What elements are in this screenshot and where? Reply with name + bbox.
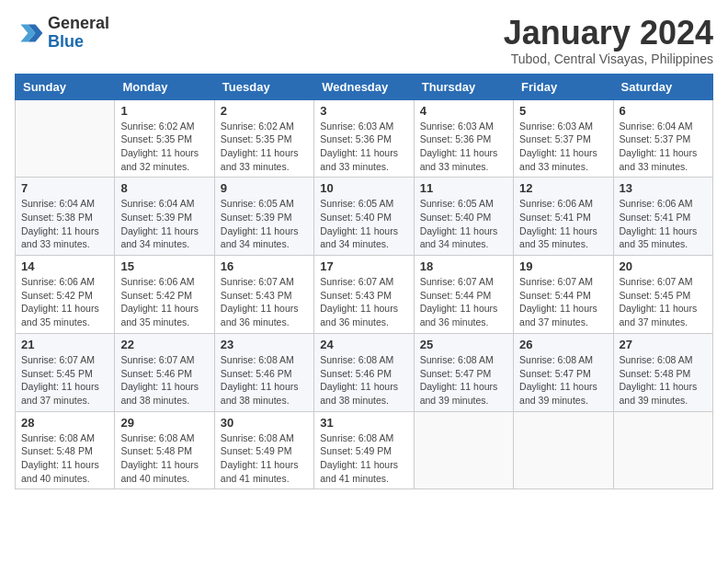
- day-number: 31: [320, 416, 407, 430]
- day-number: 11: [420, 181, 507, 195]
- calendar-cell: 9Sunrise: 6:05 AMSunset: 5:39 PMDaylight…: [214, 178, 313, 256]
- day-number: 3: [320, 104, 407, 118]
- day-detail: Sunrise: 6:03 AMSunset: 5:36 PMDaylight:…: [420, 120, 507, 174]
- day-detail: Sunrise: 6:07 AMSunset: 5:45 PMDaylight:…: [620, 275, 707, 329]
- day-detail: Sunrise: 6:04 AMSunset: 5:39 PMDaylight:…: [120, 197, 208, 251]
- day-detail: Sunrise: 6:03 AMSunset: 5:37 PMDaylight:…: [519, 120, 607, 174]
- calendar-week-row: 1Sunrise: 6:02 AMSunset: 5:35 PMDaylight…: [16, 99, 713, 178]
- day-detail: Sunrise: 6:08 AMSunset: 5:48 PMDaylight:…: [120, 431, 208, 486]
- calendar-cell: 15Sunrise: 6:06 AMSunset: 5:42 PMDayligh…: [115, 256, 214, 334]
- day-detail: Sunrise: 6:07 AMSunset: 5:45 PMDaylight:…: [21, 353, 108, 408]
- calendar-cell: 7Sunrise: 6:04 AMSunset: 5:38 PMDaylight…: [16, 178, 115, 256]
- calendar-cell: [613, 411, 712, 489]
- calendar-cell: 11Sunrise: 6:05 AMSunset: 5:40 PMDayligh…: [414, 178, 513, 256]
- day-number: 6: [620, 104, 707, 118]
- day-number: 24: [320, 338, 407, 351]
- calendar-cell: 6Sunrise: 6:04 AMSunset: 5:37 PMDaylight…: [613, 99, 712, 178]
- day-number: 1: [120, 104, 208, 118]
- day-number: 7: [21, 181, 108, 195]
- day-number: 4: [420, 104, 507, 118]
- calendar-cell: 22Sunrise: 6:07 AMSunset: 5:46 PMDayligh…: [115, 333, 214, 411]
- calendar-cell: 3Sunrise: 6:03 AMSunset: 5:36 PMDaylight…: [314, 99, 414, 178]
- day-detail: Sunrise: 6:07 AMSunset: 5:43 PMDaylight:…: [320, 275, 407, 329]
- day-detail: Sunrise: 6:05 AMSunset: 5:39 PMDaylight:…: [221, 197, 308, 251]
- calendar-cell: 24Sunrise: 6:08 AMSunset: 5:46 PMDayligh…: [314, 333, 414, 411]
- calendar-cell: 23Sunrise: 6:08 AMSunset: 5:46 PMDayligh…: [214, 333, 313, 411]
- calendar-cell: 17Sunrise: 6:07 AMSunset: 5:43 PMDayligh…: [314, 256, 414, 334]
- day-number: 25: [420, 338, 507, 351]
- day-number: 19: [519, 259, 607, 273]
- title-section: January 2024 Tubod, Central Visayas, Phi…: [504, 15, 713, 66]
- calendar-cell: 28Sunrise: 6:08 AMSunset: 5:48 PMDayligh…: [16, 411, 115, 489]
- day-detail: Sunrise: 6:04 AMSunset: 5:38 PMDaylight:…: [21, 197, 108, 251]
- calendar-cell: 19Sunrise: 6:07 AMSunset: 5:44 PMDayligh…: [514, 256, 613, 334]
- day-number: 28: [21, 416, 108, 430]
- day-detail: Sunrise: 6:08 AMSunset: 5:46 PMDaylight:…: [221, 353, 308, 408]
- day-number: 13: [620, 181, 707, 195]
- day-detail: Sunrise: 6:04 AMSunset: 5:37 PMDaylight:…: [620, 120, 707, 174]
- day-number: 30: [221, 416, 308, 430]
- calendar-body: 1Sunrise: 6:02 AMSunset: 5:35 PMDaylight…: [16, 99, 713, 489]
- day-number: 16: [221, 259, 308, 273]
- calendar-cell: 26Sunrise: 6:08 AMSunset: 5:47 PMDayligh…: [514, 333, 613, 411]
- day-detail: Sunrise: 6:08 AMSunset: 5:49 PMDaylight:…: [221, 431, 308, 486]
- day-number: 9: [221, 181, 308, 195]
- day-detail: Sunrise: 6:06 AMSunset: 5:41 PMDaylight:…: [519, 197, 607, 251]
- day-detail: Sunrise: 6:02 AMSunset: 5:35 PMDaylight:…: [221, 120, 308, 174]
- day-number: 23: [221, 338, 308, 351]
- day-detail: Sunrise: 6:06 AMSunset: 5:42 PMDaylight:…: [21, 275, 108, 329]
- month-title: January 2024: [504, 15, 713, 52]
- calendar-cell: 4Sunrise: 6:03 AMSunset: 5:36 PMDaylight…: [414, 99, 513, 178]
- day-detail: Sunrise: 6:08 AMSunset: 5:47 PMDaylight:…: [420, 353, 507, 408]
- day-header-thursday: Thursday: [414, 74, 513, 99]
- day-detail: Sunrise: 6:08 AMSunset: 5:47 PMDaylight:…: [519, 353, 607, 408]
- calendar-week-row: 28Sunrise: 6:08 AMSunset: 5:48 PMDayligh…: [16, 411, 713, 489]
- calendar-cell: 2Sunrise: 6:02 AMSunset: 5:35 PMDaylight…: [214, 99, 313, 178]
- day-number: 10: [320, 181, 407, 195]
- calendar-cell: 30Sunrise: 6:08 AMSunset: 5:49 PMDayligh…: [214, 411, 313, 489]
- calendar-cell: 27Sunrise: 6:08 AMSunset: 5:48 PMDayligh…: [613, 333, 712, 411]
- day-detail: Sunrise: 6:02 AMSunset: 5:35 PMDaylight:…: [120, 120, 208, 174]
- day-number: 20: [620, 259, 707, 273]
- calendar-cell: 25Sunrise: 6:08 AMSunset: 5:47 PMDayligh…: [414, 333, 513, 411]
- day-number: 29: [120, 416, 208, 430]
- day-detail: Sunrise: 6:06 AMSunset: 5:41 PMDaylight:…: [620, 197, 707, 251]
- day-number: 18: [420, 259, 507, 273]
- day-detail: Sunrise: 6:07 AMSunset: 5:46 PMDaylight:…: [120, 353, 208, 408]
- day-detail: Sunrise: 6:07 AMSunset: 5:44 PMDaylight:…: [420, 275, 507, 329]
- calendar-cell: 14Sunrise: 6:06 AMSunset: 5:42 PMDayligh…: [16, 256, 115, 334]
- calendar-cell: 21Sunrise: 6:07 AMSunset: 5:45 PMDayligh…: [16, 333, 115, 411]
- day-header-monday: Monday: [115, 74, 214, 99]
- location-subtitle: Tubod, Central Visayas, Philippines: [504, 52, 713, 66]
- day-detail: Sunrise: 6:05 AMSunset: 5:40 PMDaylight:…: [420, 197, 507, 251]
- day-header-saturday: Saturday: [613, 74, 712, 99]
- day-detail: Sunrise: 6:03 AMSunset: 5:36 PMDaylight:…: [320, 120, 407, 174]
- day-number: 12: [519, 181, 607, 195]
- day-number: 26: [519, 338, 607, 351]
- calendar-cell: 31Sunrise: 6:08 AMSunset: 5:49 PMDayligh…: [314, 411, 414, 489]
- calendar-week-row: 7Sunrise: 6:04 AMSunset: 5:38 PMDaylight…: [16, 178, 713, 256]
- calendar-cell: 5Sunrise: 6:03 AMSunset: 5:37 PMDaylight…: [514, 99, 613, 178]
- day-number: 5: [519, 104, 607, 118]
- day-number: 21: [21, 338, 108, 351]
- day-number: 17: [320, 259, 407, 273]
- day-detail: Sunrise: 6:08 AMSunset: 5:48 PMDaylight:…: [620, 353, 707, 408]
- calendar-header-row: SundayMondayTuesdayWednesdayThursdayFrid…: [16, 74, 713, 99]
- day-detail: Sunrise: 6:07 AMSunset: 5:44 PMDaylight:…: [519, 275, 607, 329]
- calendar-cell: 29Sunrise: 6:08 AMSunset: 5:48 PMDayligh…: [115, 411, 214, 489]
- day-detail: Sunrise: 6:07 AMSunset: 5:43 PMDaylight:…: [221, 275, 308, 329]
- day-header-sunday: Sunday: [16, 74, 115, 99]
- calendar-cell: 16Sunrise: 6:07 AMSunset: 5:43 PMDayligh…: [214, 256, 313, 334]
- calendar-cell: 10Sunrise: 6:05 AMSunset: 5:40 PMDayligh…: [314, 178, 414, 256]
- logo-blue: Blue: [48, 33, 109, 52]
- day-detail: Sunrise: 6:08 AMSunset: 5:49 PMDaylight:…: [320, 431, 407, 486]
- logo: General Blue: [15, 15, 109, 52]
- calendar-week-row: 14Sunrise: 6:06 AMSunset: 5:42 PMDayligh…: [16, 256, 713, 334]
- calendar-cell: [514, 411, 613, 489]
- calendar-cell: 12Sunrise: 6:06 AMSunset: 5:41 PMDayligh…: [514, 178, 613, 256]
- day-number: 2: [221, 104, 308, 118]
- calendar-week-row: 21Sunrise: 6:07 AMSunset: 5:45 PMDayligh…: [16, 333, 713, 411]
- calendar-cell: 13Sunrise: 6:06 AMSunset: 5:41 PMDayligh…: [613, 178, 712, 256]
- day-number: 15: [120, 259, 208, 273]
- calendar-cell: 18Sunrise: 6:07 AMSunset: 5:44 PMDayligh…: [414, 256, 513, 334]
